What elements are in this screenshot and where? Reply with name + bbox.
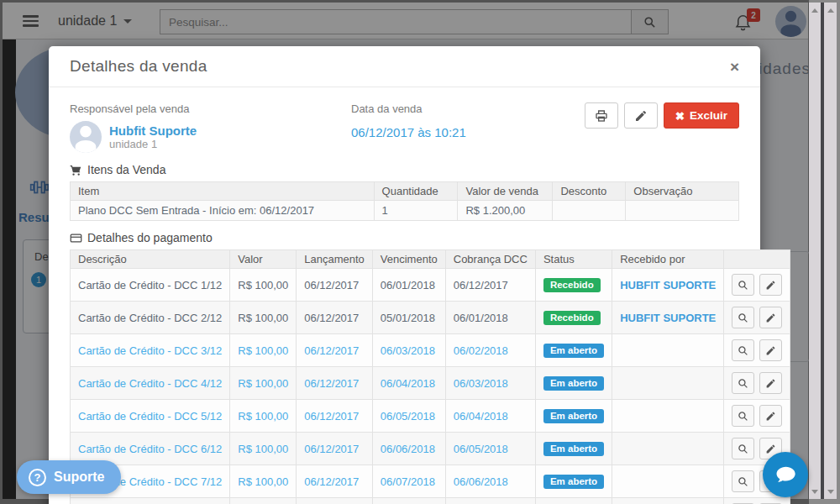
view-payment-button[interactable] xyxy=(732,307,754,328)
payment-cell-cobranca_dcc: 06/05/2018 xyxy=(445,433,535,465)
pencil-icon xyxy=(765,312,776,323)
payment-cell-vencimento: 06/06/2018 xyxy=(372,433,445,465)
payment-cell-vencimento: 06/07/2018 xyxy=(372,465,445,498)
column-header: Observação xyxy=(626,182,739,201)
column-header: Descrição xyxy=(71,250,230,269)
payment-cell-cobranca_dcc: 06/07/2018 xyxy=(445,498,535,504)
help-icon: ? xyxy=(29,469,46,486)
responsible-label: Responsável pela venda xyxy=(70,102,351,115)
magnifier-icon xyxy=(738,411,748,422)
payment-cell-cobranca_dcc: 06/04/2018 xyxy=(445,400,535,433)
pencil-icon xyxy=(765,280,776,291)
responsible-name-link[interactable]: Hubfit Suporte xyxy=(109,123,197,138)
column-header: Cobrança DCC xyxy=(445,250,535,269)
payment-cell-descricao[interactable]: Cartão de Crédito - DCC 4/12 xyxy=(71,367,230,400)
payment-cell-lancamento: 06/12/2017 xyxy=(297,269,373,302)
modal-scrollbar[interactable] xyxy=(809,3,821,499)
payment-cell-recebido-por xyxy=(612,367,724,400)
payment-cell-actions xyxy=(724,400,790,433)
payment-cell-valor: R$ 100,00 xyxy=(230,498,297,504)
magnifier-icon xyxy=(738,444,748,454)
payment-cell-lancamento: 06/12/2017 xyxy=(297,302,373,334)
payment-row: Cartão de Crédito - DCC 3/12R$ 100,0006/… xyxy=(71,334,790,367)
support-button[interactable]: ? Suporte xyxy=(17,460,121,494)
app-screen: unidade 1 2 Resum De 1 idades 200,0 xyxy=(0,0,840,504)
scroll-down-icon[interactable] xyxy=(824,486,837,497)
payment-cell-recebido-por xyxy=(612,433,724,465)
payment-row: Cartão de Crédito - DCC 1/12R$ 100,0006/… xyxy=(71,269,790,302)
delete-sale-button[interactable]: ✖ Excluir xyxy=(664,102,739,129)
scroll-up-icon[interactable] xyxy=(809,4,821,16)
payment-cell-status: Em aberto xyxy=(535,400,612,433)
view-payment-button[interactable] xyxy=(732,372,754,394)
payment-row: Cartão de Crédito - DCC 7/12R$ 100,0006/… xyxy=(71,465,790,498)
payment-row: Cartão de Crédito - DCC 8/12R$ 100,0006/… xyxy=(71,498,790,504)
scroll-down-icon[interactable] xyxy=(809,486,821,497)
view-payment-button[interactable] xyxy=(732,470,754,492)
pencil-icon xyxy=(765,378,776,389)
status-badge: Recebido xyxy=(543,278,601,292)
payment-cell-actions xyxy=(724,498,790,504)
magnifier-icon xyxy=(738,476,748,487)
print-button[interactable] xyxy=(585,102,618,129)
payment-cell-descricao: Cartão de Crédito - DCC 2/12 xyxy=(71,302,230,334)
payment-cell-recebido-por xyxy=(612,465,724,498)
items-section-title: Itens da Venda xyxy=(70,163,739,176)
pencil-icon xyxy=(634,109,648,123)
payment-cell-lancamento: 06/12/2017 xyxy=(297,367,373,400)
payment-cell-lancamento: 06/12/2017 xyxy=(297,334,373,367)
payment-cell-status: Em aberto xyxy=(535,367,612,400)
payment-cell-status: Em aberto xyxy=(535,433,612,465)
x-icon: ✖ xyxy=(675,109,685,123)
item-cell xyxy=(553,201,626,221)
close-icon[interactable]: × xyxy=(730,59,739,75)
payment-cell-recebido-por xyxy=(612,498,724,504)
payment-cell-descricao: Cartão de Crédito - DCC 1/12 xyxy=(71,269,230,302)
page-scrollbar[interactable] xyxy=(824,3,837,499)
sale-items-table: Item Quantidade Valor de venda Desconto … xyxy=(70,181,739,221)
pencil-icon xyxy=(765,411,776,422)
view-payment-button[interactable] xyxy=(732,274,754,296)
payment-cell-status: Recebido xyxy=(535,302,612,334)
payment-cell-recebido-por: HUBFIT SUPORTE xyxy=(612,302,724,334)
payment-cell-vencimento: 06/01/2018 xyxy=(372,269,445,302)
payment-row: Cartão de Crédito - DCC 2/12R$ 100,0006/… xyxy=(71,302,790,334)
view-payment-button[interactable] xyxy=(732,438,754,459)
person-icon xyxy=(70,121,102,153)
column-header: Valor xyxy=(230,250,297,269)
edit-sale-button[interactable] xyxy=(624,102,658,129)
received-by-link[interactable]: HUBFIT SUPORTE xyxy=(620,279,716,291)
payment-cell-status: Em aberto xyxy=(535,498,612,504)
magnifier-icon xyxy=(738,378,748,389)
payment-cell-recebido-por xyxy=(612,334,724,367)
payment-row: Cartão de Crédito - DCC 5/12R$ 100,0006/… xyxy=(71,400,790,433)
item-cell: Plano DCC Sem Entrada - Início em: 06/12… xyxy=(71,201,375,221)
payments-table: Descrição Valor Lançamento Vencimento Co… xyxy=(70,249,790,504)
edit-payment-button[interactable] xyxy=(759,307,782,328)
status-badge: Em aberto xyxy=(543,442,604,456)
payment-cell-valor: R$ 100,00 xyxy=(230,433,297,465)
payment-cell-valor: R$ 100,00 xyxy=(230,400,297,433)
view-payment-button[interactable] xyxy=(732,339,754,361)
payment-cell-descricao[interactable]: Cartão de Crédito - DCC 3/12 xyxy=(71,334,230,367)
payment-cell-lancamento: 06/12/2017 xyxy=(297,498,373,504)
view-payment-button[interactable] xyxy=(732,405,754,427)
scroll-up-icon[interactable] xyxy=(824,4,837,16)
payment-cell-valor: R$ 100,00 xyxy=(230,334,297,367)
modal-title: Detalhes da venda xyxy=(70,57,207,76)
magnifier-icon xyxy=(738,345,748,356)
responsible-unit: unidade 1 xyxy=(109,138,197,150)
payment-cell-status: Em aberto xyxy=(535,465,612,498)
credit-card-icon xyxy=(70,232,82,244)
payment-cell-descricao[interactable]: Cartão de Crédito - DCC 5/12 xyxy=(71,400,230,433)
payment-cell-valor: R$ 100,00 xyxy=(230,367,297,400)
edit-payment-button[interactable] xyxy=(759,372,782,394)
edit-payment-button[interactable] xyxy=(759,405,782,427)
edit-payment-button[interactable] xyxy=(759,339,782,361)
status-badge: Em aberto xyxy=(543,376,604,391)
payment-cell-actions xyxy=(724,269,790,302)
edit-payment-button[interactable] xyxy=(759,274,782,296)
chat-button[interactable] xyxy=(763,452,808,497)
received-by-link[interactable]: HUBFIT SUPORTE xyxy=(620,312,716,324)
payment-cell-descricao[interactable]: Cartão de Crédito - DCC 8/12 xyxy=(71,498,230,504)
